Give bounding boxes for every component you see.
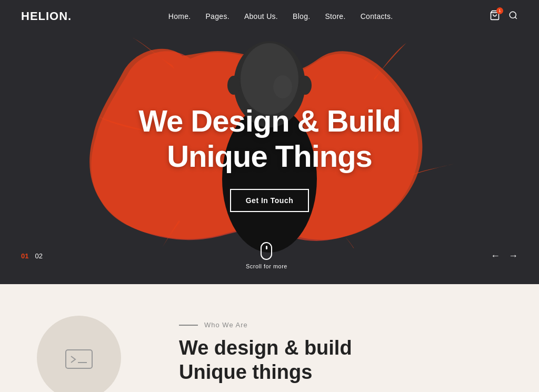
logo: HELION. <box>21 9 72 23</box>
scroll-mouse-icon <box>261 242 272 260</box>
header-icons: 1 <box>490 10 518 23</box>
development-circle <box>37 316 121 392</box>
section-right: Who We Are We design & build Unique thin… <box>179 316 518 384</box>
hero-bottom: 01 02 Scroll for more ← → <box>0 242 539 269</box>
nav-item-pages[interactable]: Pages. <box>205 12 229 21</box>
main-nav: Home. Pages. About Us. Blog. Store. Cont… <box>168 12 393 21</box>
slide-indicators: 01 02 <box>21 252 43 260</box>
nav-item-about[interactable]: About Us. <box>244 12 278 21</box>
next-arrow[interactable]: → <box>508 250 518 262</box>
section-left: Development <box>21 316 137 392</box>
section-title: We design & build Unique things <box>179 336 518 384</box>
dev-icon <box>63 342 95 374</box>
prev-arrow[interactable]: ← <box>491 250 500 262</box>
scroll-indicator: Scroll for more <box>246 242 287 269</box>
header: HELION. Home. Pages. About Us. Blog. Sto… <box>0 0 539 33</box>
scroll-label: Scroll for more <box>246 263 287 269</box>
slide-2[interactable]: 02 <box>35 252 42 260</box>
svg-rect-10 <box>66 350 92 368</box>
nav-item-contacts[interactable]: Contacts. <box>361 12 393 21</box>
slide-1[interactable]: 01 <box>21 252 28 260</box>
cart-icon[interactable]: 1 <box>490 10 500 23</box>
nav-item-home[interactable]: Home. <box>168 12 191 21</box>
svg-point-1 <box>510 12 516 18</box>
cart-badge: 1 <box>496 7 503 14</box>
who-we-are-text: Who We Are <box>204 321 248 329</box>
svg-point-8 <box>299 76 312 95</box>
svg-point-9 <box>273 75 292 98</box>
nav-item-store[interactable]: Store. <box>325 12 345 21</box>
cta-button[interactable]: Get In Touch <box>230 189 310 212</box>
who-line <box>179 325 198 326</box>
hero-content: We Design & Build Unique Things Get In T… <box>138 104 401 212</box>
about-section: Development Who We Are We design & build… <box>0 284 539 392</box>
nav-item-blog[interactable]: Blog. <box>293 12 310 21</box>
svg-point-7 <box>227 76 240 95</box>
svg-line-2 <box>515 17 516 18</box>
slide-arrows: ← → <box>491 250 518 262</box>
who-we-are-label: Who We Are <box>179 321 518 329</box>
search-icon[interactable] <box>508 11 518 23</box>
hero-title: We Design & Build Unique Things <box>138 104 401 174</box>
scroll-dot <box>266 246 267 249</box>
